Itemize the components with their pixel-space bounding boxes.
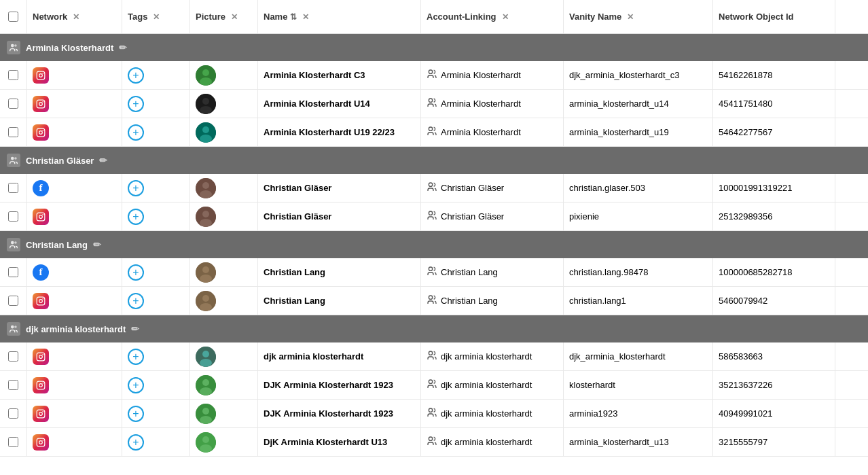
row-checkbox[interactable] [8,380,18,390]
group-icon [7,41,20,54]
group-header: Christian Gläser ✏ [0,147,868,174]
add-tag-button[interactable]: + [128,264,144,281]
row-account: Arminia Klosterhardt [441,127,521,137]
row-netobj-cell: 3215555797 [713,428,835,456]
add-tag-button[interactable]: + [128,67,144,84]
instagram-icon [33,67,49,84]
svg-rect-29 [37,213,45,221]
edit-group-icon[interactable]: ✏ [93,239,101,250]
row-checkbox[interactable] [8,127,18,137]
row-picture-cell [190,118,258,146]
row-tags-cell: + [122,90,190,118]
close-name-button[interactable]: ✕ [302,12,309,22]
add-tag-button[interactable]: + [128,293,144,309]
header-tags-label: Tags [128,12,147,22]
add-tag-button[interactable]: + [128,209,144,225]
add-tag-button[interactable]: + [128,434,144,451]
row-checkbox[interactable] [8,296,18,306]
people-icon [427,407,437,420]
row-network-cell [27,118,122,146]
row-netobj: 25132989356 [719,211,773,222]
avatar [196,207,216,227]
close-picture-button[interactable]: ✕ [231,12,238,22]
row-vanity-cell: arminia_klosterhardt_u14 [564,90,713,118]
group-header: Arminia Klosterhardt ✏ [0,34,868,61]
row-vanity-cell: arminia_klosterhardt_u19 [564,118,713,146]
row-checkbox[interactable] [8,408,18,419]
svg-point-4 [42,72,43,73]
row-name-cell: djk arminia klosterhardt [258,342,421,370]
row-netobj-cell: 45411751480 [713,90,835,118]
svg-point-7 [200,77,212,86]
close-vanity-button[interactable]: ✕ [627,12,634,22]
close-network-button[interactable]: ✕ [73,12,79,22]
row-tags-cell: + [122,174,190,202]
row-network-cell: f [27,174,122,202]
row-checkbox[interactable] [8,351,18,362]
svg-point-27 [200,190,212,198]
group-name: Christian Gläser [26,156,94,166]
row-netobj: 586583663 [719,351,763,362]
row-name: Christian Lang [264,267,325,277]
row-checkbox[interactable] [8,183,18,193]
facebook-icon: f [33,180,49,196]
add-tag-button[interactable]: + [128,349,144,365]
edit-group-icon[interactable]: ✏ [131,323,139,334]
instagram-icon [33,406,49,422]
row-vanity-cell: arminia1923 [564,400,713,427]
add-tag-button[interactable]: + [128,180,144,196]
svg-point-74 [42,439,43,440]
row-network-cell [27,90,122,118]
row-checkbox[interactable] [8,437,18,447]
row-name: Christian Gläser [264,183,331,193]
close-account-button[interactable]: ✕ [502,12,509,22]
people-icon [427,436,437,448]
row-checkbox-cell [0,258,27,286]
add-tag-button[interactable]: + [128,406,144,422]
row-checkbox[interactable] [8,267,18,277]
row-checkbox-cell [0,90,27,118]
facebook-icon: f [33,264,49,281]
svg-point-33 [202,211,209,217]
avatar [196,404,216,424]
row-tags-cell: + [122,203,190,230]
sort-name-icon[interactable]: ⇅ [290,12,297,22]
avatar [196,262,216,283]
row-account-cell: Arminia Klosterhardt [421,90,564,118]
people-icon [427,210,437,223]
row-vanity: pixienie [569,211,599,222]
row-netobj: 54162261878 [719,70,773,80]
row-account-cell: Arminia Klosterhardt [421,118,564,146]
table-row: + DJK Arminia Klosterhardt 1923 [0,371,868,400]
svg-point-69 [202,408,209,415]
close-tags-button[interactable]: ✕ [153,12,160,22]
row-picture-cell [190,90,258,118]
row-checkbox[interactable] [8,211,18,222]
row-checkbox[interactable] [8,70,18,80]
instagram-icon [33,434,49,451]
add-tag-button[interactable]: + [128,124,144,141]
row-picture-cell [190,203,258,230]
select-all-checkbox[interactable] [8,12,18,22]
svg-point-34 [200,219,212,227]
svg-point-55 [202,351,209,357]
row-vanity-cell: djk_arminia_klosterhardt [564,342,713,370]
row-checkbox[interactable] [8,99,18,109]
add-tag-button[interactable]: + [128,96,144,112]
edit-group-icon[interactable]: ✏ [99,155,107,166]
svg-point-6 [202,69,209,76]
svg-point-24 [14,157,17,160]
row-picture-cell [190,342,258,370]
row-vanity-cell: arminia_klosterhardt_u13 [564,428,713,456]
row-network-cell: f [27,258,122,286]
edit-group-icon[interactable]: ✏ [119,42,127,53]
add-tag-button[interactable]: + [128,377,144,393]
row-account-cell: Christian Gläser [421,203,564,230]
group-name: Arminia Klosterhardt [26,43,113,53]
people-icon [427,181,437,194]
group-header: Christian Lang ✏ [0,231,868,258]
row-vanity: arminia_klosterhardt_u14 [569,99,669,109]
row-vanity-cell: klosterhardt [564,371,713,399]
svg-point-62 [202,379,209,386]
header-picture: Picture ✕ [190,0,258,33]
